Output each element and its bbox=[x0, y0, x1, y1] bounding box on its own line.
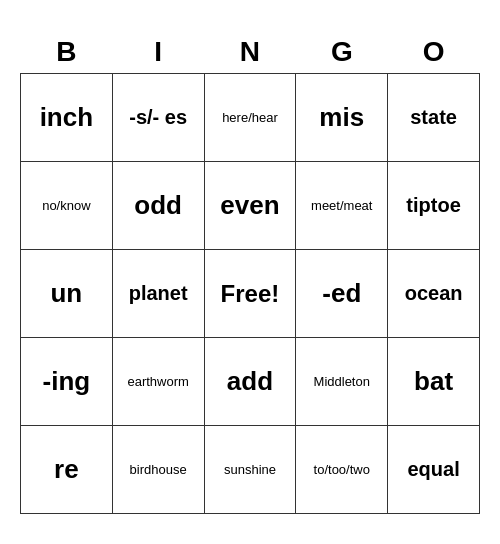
bingo-cell-2-3: -ed bbox=[296, 250, 388, 338]
bingo-row-0: inch-s/- eshere/hearmisstate bbox=[21, 74, 480, 162]
bingo-cell-2-4: ocean bbox=[388, 250, 480, 338]
bingo-row-2: unplanetFree!-edocean bbox=[21, 250, 480, 338]
bingo-cell-3-0: -ing bbox=[21, 338, 113, 426]
bingo-cell-1-2: even bbox=[204, 162, 296, 250]
bingo-cell-4-3: to/too/two bbox=[296, 426, 388, 514]
bingo-row-3: -ingearthwormaddMiddletonbat bbox=[21, 338, 480, 426]
bingo-cell-0-4: state bbox=[388, 74, 480, 162]
bingo-cell-4-4: equal bbox=[388, 426, 480, 514]
bingo-header-O: O bbox=[388, 30, 480, 74]
bingo-cell-2-1: planet bbox=[112, 250, 204, 338]
bingo-cell-0-2: here/hear bbox=[204, 74, 296, 162]
bingo-card: BINGO inch-s/- eshere/hearmisstateno/kno… bbox=[20, 30, 480, 515]
bingo-cell-1-3: meet/meat bbox=[296, 162, 388, 250]
bingo-cell-2-2: Free! bbox=[204, 250, 296, 338]
bingo-cell-3-3: Middleton bbox=[296, 338, 388, 426]
bingo-cell-0-1: -s/- es bbox=[112, 74, 204, 162]
bingo-cell-3-4: bat bbox=[388, 338, 480, 426]
bingo-header-N: N bbox=[204, 30, 296, 74]
bingo-cell-4-2: sunshine bbox=[204, 426, 296, 514]
bingo-cell-1-0: no/know bbox=[21, 162, 113, 250]
bingo-header-G: G bbox=[296, 30, 388, 74]
bingo-cell-3-1: earthworm bbox=[112, 338, 204, 426]
bingo-cell-4-0: re bbox=[21, 426, 113, 514]
bingo-cell-0-3: mis bbox=[296, 74, 388, 162]
bingo-row-4: rebirdhousesunshineto/too/twoequal bbox=[21, 426, 480, 514]
bingo-header-B: B bbox=[21, 30, 113, 74]
bingo-cell-0-0: inch bbox=[21, 74, 113, 162]
bingo-cell-3-2: add bbox=[204, 338, 296, 426]
bingo-row-1: no/knowoddevenmeet/meattiptoe bbox=[21, 162, 480, 250]
bingo-cell-1-4: tiptoe bbox=[388, 162, 480, 250]
bingo-cell-1-1: odd bbox=[112, 162, 204, 250]
bingo-header-I: I bbox=[112, 30, 204, 74]
bingo-cell-4-1: birdhouse bbox=[112, 426, 204, 514]
bingo-cell-2-0: un bbox=[21, 250, 113, 338]
